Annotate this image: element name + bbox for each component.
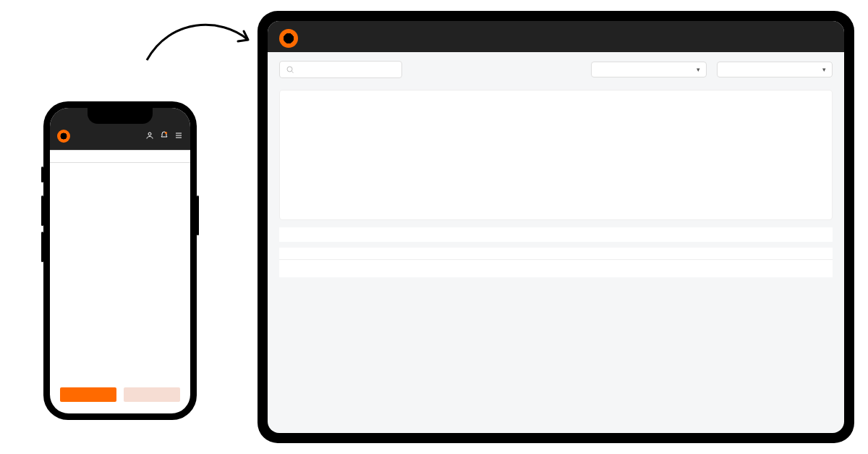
tablet-frame: ▾ ▾: [258, 11, 854, 443]
spark-logo-icon: [279, 29, 298, 48]
svg-point-2: [287, 67, 292, 72]
no-button[interactable]: [124, 387, 180, 402]
flow-arrow: [141, 11, 257, 65]
table-pager: [279, 260, 833, 277]
chart-dept-donut: [292, 108, 377, 193]
search-icon: [286, 65, 294, 74]
reporter-filter[interactable]: ▾: [717, 62, 833, 77]
search-input[interactable]: [279, 61, 402, 78]
svg-point-1: [165, 132, 167, 134]
chevron-down-icon: ▾: [822, 66, 826, 73]
department-filter[interactable]: ▾: [591, 62, 707, 77]
phone-titlebar: [50, 150, 190, 163]
chevron-down-icon: ▾: [697, 66, 700, 73]
user-icon[interactable]: [145, 131, 154, 142]
incidents-table: [279, 248, 833, 260]
phone-frame: [43, 101, 197, 420]
bell-icon[interactable]: [160, 131, 169, 142]
totals-bar: [279, 227, 833, 242]
menu-icon[interactable]: [174, 131, 183, 142]
yes-button[interactable]: [60, 387, 116, 402]
app-header: [268, 21, 844, 52]
spark-logo-icon: [57, 130, 70, 143]
svg-point-0: [148, 133, 151, 135]
